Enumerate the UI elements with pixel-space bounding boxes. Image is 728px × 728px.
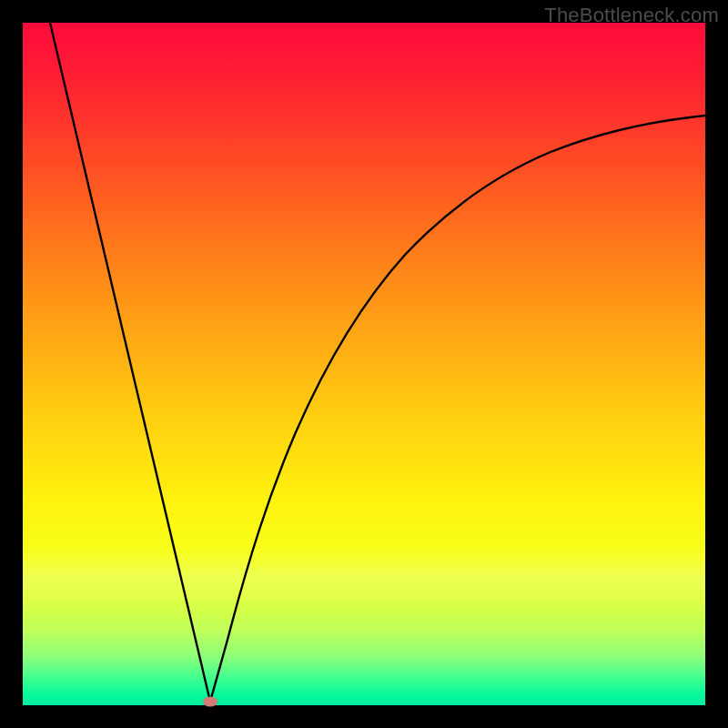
curve-svg — [23, 23, 705, 705]
vertex-marker — [203, 697, 217, 707]
watermark-text: TheBottleneck.com — [544, 4, 719, 27]
chart-frame: TheBottleneck.com — [0, 0, 728, 728]
curve-path — [50, 23, 705, 702]
plot-area — [23, 23, 705, 705]
